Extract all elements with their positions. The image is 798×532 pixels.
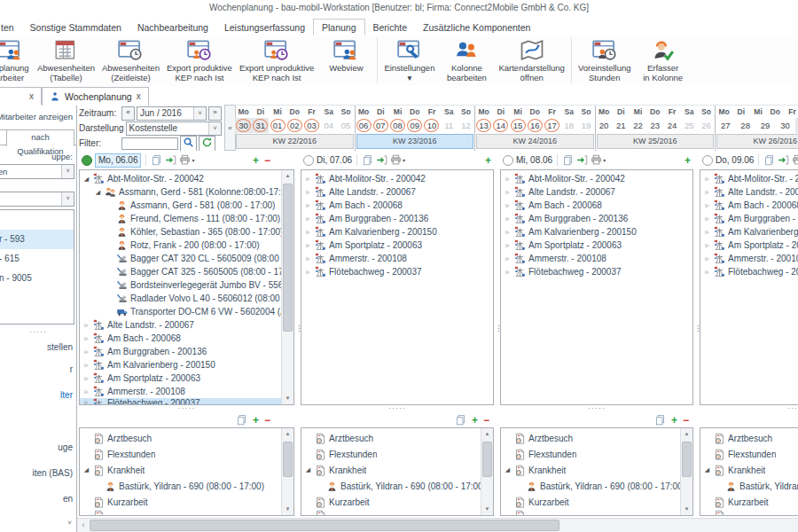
sidebar-item-uge[interactable]: uge xyxy=(0,442,76,452)
tree-item[interactable]: ▹Alte Landstr. - 200067 xyxy=(501,185,692,199)
vertical-splitter[interactable]: ⋮ xyxy=(495,151,499,518)
tree-item[interactable]: ▹Abt-Molitor-Str. - 200042 xyxy=(501,172,692,185)
absence-item[interactable]: Bastürk, Yildran - 690 (08:0 xyxy=(700,478,798,494)
calendar-day-12[interactable]: 12 xyxy=(458,118,474,133)
tree-item[interactable]: Bagger CAT 325 - 5605005 (08:00 - 17:00) xyxy=(80,265,293,278)
day-state-circle-icon[interactable] xyxy=(702,155,713,166)
remove-absence-button[interactable]: − xyxy=(264,415,270,426)
absence-item[interactable]: Kurzarbeit xyxy=(700,494,798,510)
expander-icon[interactable]: ▹ xyxy=(304,228,312,236)
tree-item[interactable]: ▹Am Burggraben - 200136 xyxy=(301,212,493,225)
scrollbar-thumb[interactable] xyxy=(90,520,559,531)
day-state-circle-icon[interactable] xyxy=(503,155,513,166)
add-absence-button[interactable]: + xyxy=(671,415,677,426)
vertical-scrollbar[interactable]: ▲▼ xyxy=(680,428,692,515)
calendar-day-17[interactable]: 17 xyxy=(544,118,560,133)
tree-item[interactable]: ▹Am Burggraben - 200136 xyxy=(501,212,692,225)
ribbon-button-abwesenheiten[interactable]: Abwesenheiten(Zeitleiste) xyxy=(98,35,163,86)
calendar-day-10[interactable]: 10 xyxy=(423,118,440,133)
expander-icon[interactable]: ▹ xyxy=(304,241,312,249)
calendar-week-label-kw-24-2016[interactable]: KW 24/2016 xyxy=(476,134,594,149)
absence-item[interactable]: ◢Krankheit xyxy=(501,462,692,478)
scroll-down-icon[interactable]: ▼ xyxy=(282,504,293,515)
day-state-circle-icon[interactable] xyxy=(82,155,92,166)
expander-icon[interactable]: ▹ xyxy=(703,215,711,223)
ribbon-button-export-produktive[interactable]: Export produktiveKEP nach Ist xyxy=(163,35,236,86)
tree-item[interactable]: ▹Abt-Molitor-Str. - 200042 xyxy=(700,172,798,185)
tree-item[interactable]: Rotz, Frank - 200 (08:00 - 17:00) xyxy=(80,239,293,252)
printer-icon[interactable]: ▾ xyxy=(591,154,606,166)
calendar-day-19[interactable]: 19 xyxy=(577,118,594,133)
tree-item[interactable]: ▹Ammerstr. - 200108 xyxy=(501,252,692,265)
absence-item[interactable]: Flexstunden xyxy=(80,446,293,462)
tree-item[interactable]: ▹Ammerstr. - 200108 xyxy=(80,385,293,398)
sidebar-splitter[interactable]: ····· xyxy=(0,328,76,335)
calendar-day-01[interactable]: 01 xyxy=(269,118,286,133)
expander-icon[interactable]: ▹ xyxy=(504,188,512,196)
sidebar-item-en[interactable]: en xyxy=(0,494,76,504)
group-select[interactable]: ionen ˅ xyxy=(0,164,74,179)
scroll-down-icon[interactable]: ▼ xyxy=(481,504,493,515)
sidebar-item-lter[interactable]: lter xyxy=(0,390,76,400)
calendar-day-30[interactable]: 30 xyxy=(775,118,794,133)
tree-item[interactable]: ◢Assmann, Gerd - 581 (Kolonne:08:00-17:0… xyxy=(80,185,293,199)
ribbon-button-export-unproduktive[interactable]: Export unproduktiveKEP nach Ist xyxy=(236,35,318,86)
tree-item[interactable]: ▹Am Bach - 200068 xyxy=(700,199,798,212)
copy-icon[interactable] xyxy=(763,154,775,166)
scrollbar-thumb[interactable] xyxy=(482,442,492,477)
scroll-down-icon[interactable]: ▼ xyxy=(681,504,692,515)
tree-item[interactable]: ▹Ammerstr. - 200108 xyxy=(700,252,798,265)
expander-icon[interactable]: ▹ xyxy=(703,228,711,236)
sidebar-item-r[interactable]: r xyxy=(0,364,76,374)
absence-item[interactable]: Arztbesuch xyxy=(80,430,293,446)
calendar-day-15[interactable]: 15 xyxy=(509,118,526,133)
remove-absence-button[interactable]: − xyxy=(683,415,689,426)
calendar-week-label-kw-25-2016[interactable]: KW 25/2016 xyxy=(597,134,715,149)
expander-icon[interactable]: ▹ xyxy=(304,201,312,209)
printer-menu-arrow-icon[interactable]: ▾ xyxy=(603,157,606,163)
calendar-day-18[interactable]: 18 xyxy=(560,118,577,133)
calendar-day-08[interactable]: 08 xyxy=(389,118,406,133)
expander-icon[interactable]: ◢ xyxy=(82,176,90,183)
expander-icon[interactable]: ◢ xyxy=(304,466,312,473)
ribbon-tab-ten[interactable]: ten xyxy=(0,20,22,35)
ribbon-button-erfasser[interactable]: Erfasserin Kolonne xyxy=(635,35,692,86)
tree-item[interactable]: ▹Am Sportplatz - 200063 xyxy=(700,239,798,252)
vertical-scrollbar[interactable]: ▲▼ xyxy=(481,428,493,515)
add-entry-button[interactable]: + xyxy=(485,155,491,166)
day-state-circle-icon[interactable] xyxy=(303,155,314,166)
import-icon[interactable] xyxy=(778,154,789,166)
expander-icon[interactable]: ▹ xyxy=(703,241,711,249)
tree-item[interactable]: ▹Flötebachweg - 200037 xyxy=(301,265,493,278)
tree-item[interactable]: Freund, Clemens - 111 (08:00 - 17:00) xyxy=(80,212,293,225)
tree-item[interactable]: ▹Am Burggraben - 200136 xyxy=(700,212,798,225)
expander-icon[interactable]: ▹ xyxy=(703,254,711,262)
calendar-day-20[interactable]: 20 xyxy=(596,118,613,133)
tree-item[interactable]: Transporter DO-CM 6 VW - 5602004 (Assman… xyxy=(80,305,293,318)
scrollbar-thumb[interactable] xyxy=(682,442,692,477)
absence-item[interactable]: Flexstunden xyxy=(700,446,798,462)
vertical-scrollbar[interactable]: ▲▼ xyxy=(281,170,293,404)
remove-absence-button[interactable]: − xyxy=(483,415,489,426)
expander-icon[interactable]: ▹ xyxy=(304,268,312,276)
absence-item[interactable]: Arztbesuch xyxy=(501,430,692,446)
list-item[interactable]: r - 593 xyxy=(0,230,74,249)
scrollbar-thumb[interactable] xyxy=(283,442,293,477)
copy-icon[interactable] xyxy=(654,414,666,426)
tree-item[interactable]: ▹Ammerstr. - 200108 xyxy=(301,252,493,265)
tree-item[interactable]: Bagger CAT 320 CL - 5605009 (08:00 - 17:… xyxy=(80,252,293,265)
absence-item[interactable]: ◢Krankheit xyxy=(700,462,798,478)
list-item[interactable] xyxy=(0,210,74,230)
calendar-week-label-kw-23-2016[interactable]: KW 23/2016 xyxy=(356,134,474,149)
printer-menu-arrow-icon[interactable]: ▾ xyxy=(403,157,405,163)
expander-icon[interactable]: ▹ xyxy=(504,254,512,262)
copy-icon[interactable] xyxy=(362,154,373,166)
absence-item[interactable] xyxy=(700,510,798,515)
add-entry-button[interactable]: + xyxy=(253,155,259,166)
tree-item[interactable]: ▹Alte Landstr. - 200067 xyxy=(80,318,293,332)
calendar-day-09[interactable]: 09 xyxy=(406,118,423,133)
calendar-day-13[interactable]: 13 xyxy=(475,118,492,133)
copy-icon[interactable] xyxy=(455,414,466,426)
ribbon-button-kartendarstellung[interactable]: Kartendarstellungöffnen xyxy=(495,35,567,86)
tree-item[interactable]: Köhler, Sebastian - 365 (08:00 - 17:00) xyxy=(80,225,293,239)
